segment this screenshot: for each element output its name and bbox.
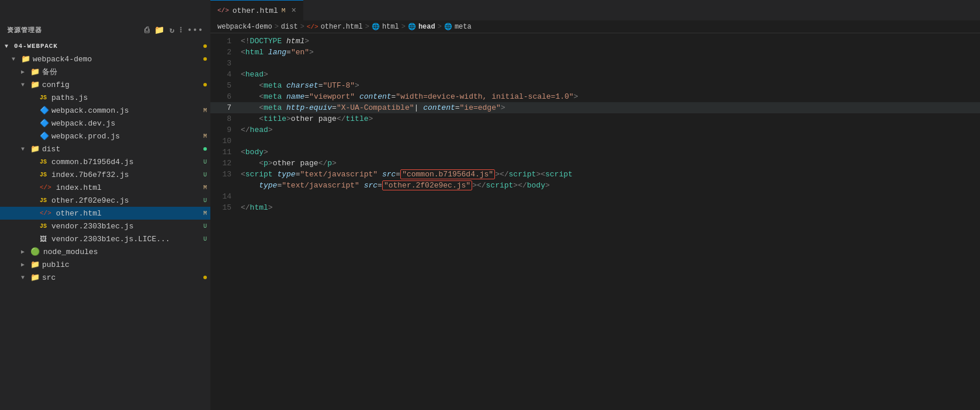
img-icon: 🖼 (40, 235, 47, 244)
line-content: <head> (241, 69, 980, 80)
sidebar-item-backup[interactable]: ▶ 📁 备份 (0, 65, 210, 78)
breadcrumb-part[interactable]: html (382, 23, 399, 31)
tab-area: </> other.html M × (210, 0, 303, 20)
collapse-icon[interactable]: ⁝ (179, 25, 182, 35)
folder-label: public (42, 260, 210, 269)
line-number: 5 (213, 80, 241, 91)
sidebar-item-webpack-dev[interactable]: ▶ 🔷 webpack.dev.js (0, 117, 210, 130)
breadcrumb-sep: > (401, 23, 406, 31)
code-line-3: 3 (210, 58, 980, 69)
main-area: 资源管理器 ⎙ 📁 ↻ ⁝ ••• ▼ 04-WEBPACK ▼ 📁 webpa… (0, 20, 980, 410)
line-number: 9 (213, 124, 241, 135)
line-number: 6 (213, 91, 241, 102)
breadcrumb-sep: > (438, 23, 442, 31)
tab-file-icon: </> (217, 7, 229, 14)
html-icon: </> (40, 184, 51, 191)
line-content: <meta http-equiv="X-UA-Compatible"| cont… (241, 102, 980, 113)
folder-icon: 📁 (30, 80, 40, 89)
sidebar-item-config[interactable]: ▼ 📁 config (0, 78, 210, 91)
editor-tab[interactable]: </> other.html M × (210, 0, 303, 20)
sidebar-item-index-html[interactable]: ▶ </> index.html M (0, 181, 210, 194)
line-content: <body> (241, 147, 980, 158)
file-label: webpack.common.js (51, 106, 201, 115)
line-number: 7 (213, 102, 241, 113)
modified-badge: M (203, 185, 207, 191)
dot-root (203, 44, 207, 48)
code-line-6: 6 <meta name="viewport" content="width=d… (210, 91, 980, 102)
folder-label: config (42, 81, 201, 89)
line-content: <!DOCTYPE html> (241, 36, 980, 47)
sidebar-item-index-js[interactable]: ▶ JS index.7b6e7f32.js U (0, 168, 210, 181)
new-file-icon[interactable]: ⎙ (144, 26, 150, 35)
breadcrumb-part[interactable]: head (418, 23, 435, 31)
breadcrumb-part[interactable]: meta (455, 23, 472, 31)
folder-arrow: ▶ (21, 248, 28, 255)
line-number: 1 (213, 36, 241, 47)
editor-content[interactable]: 1 <!DOCTYPE html> 2 <html lang="en"> 3 4… (210, 33, 980, 410)
dot (203, 83, 207, 86)
sidebar-item-other-html[interactable]: ▶ </> other.html M (0, 207, 210, 220)
breadcrumb-part[interactable]: dist (281, 23, 298, 31)
line-number: 2 (213, 47, 241, 58)
sidebar-item-common-js[interactable]: ▶ JS common.b71956d4.js U (0, 155, 210, 168)
file-label: other.2f02e9ec.js (51, 196, 201, 205)
folder-icon: 📁 (30, 273, 40, 282)
code-line-9: 9 </head> (210, 124, 980, 135)
file-label: index.html (56, 183, 201, 192)
code-line-11: 11 <body> (210, 147, 980, 158)
folder-arrow: ▶ (21, 68, 28, 75)
folder-label: node_modules (43, 248, 210, 256)
folder-arrow: ▼ (21, 275, 28, 281)
line-content: <script type="text/javascript" src="comm… (241, 169, 980, 180)
editor-area: webpack4-demo > dist > </> other.html > … (210, 20, 980, 410)
folder-icon: 📁 (30, 144, 40, 154)
sidebar-item-src[interactable]: ▼ 📁 src (0, 271, 210, 284)
sidebar-item-webpack4-demo[interactable]: ▼ 📁 webpack4-demo (0, 53, 210, 65)
file-label: webpack.dev.js (51, 119, 210, 128)
html-breadcrumb-icon: </> (307, 23, 318, 30)
breadcrumb-sep: > (275, 23, 279, 31)
sidebar-title: 资源管理器 (7, 26, 41, 34)
tab-close-button[interactable]: × (291, 6, 296, 15)
sidebar-item-vendor-license[interactable]: ▶ 🖼 vendor.2303b1ec.js.LICE... U (0, 232, 210, 245)
untracked-badge: U (203, 159, 207, 165)
sidebar-item-vendor-js[interactable]: ▶ JS vendor.2303b1ec.js U (0, 220, 210, 232)
sidebar-item-other-js[interactable]: ▶ JS other.2f02e9ec.js U (0, 194, 210, 207)
more-icon[interactable]: ••• (187, 26, 203, 35)
line-content: type="text/javascript" src="other.2f02e9… (241, 180, 980, 191)
root-arrow: ▼ (5, 43, 12, 50)
code-line-4: 4 <head> (210, 69, 980, 80)
folder-icon: 📁 (30, 67, 40, 77)
sidebar-item-public[interactable]: ▶ 📁 public (0, 258, 210, 271)
new-folder-icon[interactable]: 📁 (154, 25, 165, 35)
sidebar-item-node-modules[interactable]: ▶ 🟢 node_modules (0, 245, 210, 258)
code-line-1: 1 <!DOCTYPE html> (210, 36, 980, 47)
sidebar-item-paths-js[interactable]: ▶ JS paths.js (0, 91, 210, 104)
folder-label: webpack4-demo (33, 55, 201, 64)
code-line-10: 10 (210, 135, 980, 147)
head-node-icon: 🌐 (408, 23, 416, 30)
breadcrumb: webpack4-demo > dist > </> other.html > … (210, 20, 980, 33)
modified-badge: M (203, 133, 207, 140)
line-content: <p>other page</p> (241, 158, 980, 169)
untracked-badge: U (203, 223, 207, 230)
breadcrumb-part[interactable]: webpack4-demo (217, 23, 272, 31)
refresh-icon[interactable]: ↻ (169, 25, 175, 35)
sidebar-item-webpack-common[interactable]: ▶ 🔷 webpack.common.js M (0, 104, 210, 117)
meta-node-icon: 🌐 (444, 23, 452, 30)
line-content: </head> (241, 124, 980, 135)
sidebar-root-folder[interactable]: ▼ 04-WEBPACK (0, 40, 210, 53)
sidebar-item-webpack-prod[interactable]: ▶ 🔷 webpack.prod.js M (0, 130, 210, 143)
js-icon: JS (40, 95, 47, 101)
file-label: paths.js (51, 93, 210, 102)
line-content: <title>other page</title> (241, 113, 980, 124)
line-number: 14 (213, 191, 241, 202)
untracked-badge: U (203, 197, 207, 204)
code-line-7: 7 <meta http-equiv="X-UA-Compatible"| co… (210, 102, 980, 113)
sidebar-item-dist[interactable]: ▼ 📁 dist (0, 143, 210, 155)
breadcrumb-part[interactable]: other.html (321, 23, 363, 31)
line-number: 10 (213, 135, 241, 147)
folder-label: dist (42, 145, 201, 154)
line-content: <meta charset="UTF-8"> (241, 80, 980, 91)
file-label: vendor.2303b1ec.js (51, 222, 201, 231)
